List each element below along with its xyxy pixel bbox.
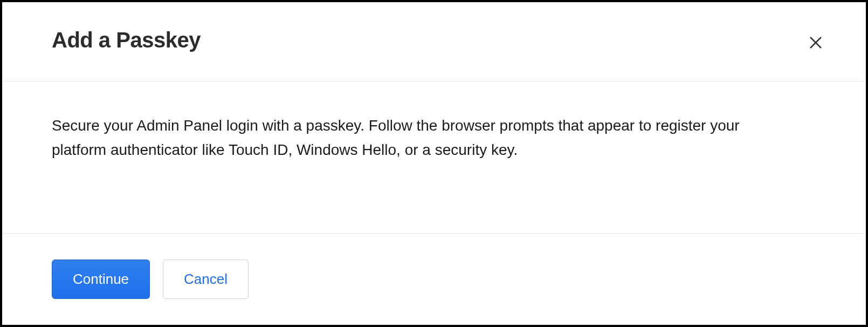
- dialog-body: Secure your Admin Panel login with a pas…: [2, 81, 866, 234]
- add-passkey-dialog: Add a Passkey Secure your Admin Panel lo…: [0, 0, 868, 327]
- continue-button[interactable]: Continue: [52, 260, 150, 299]
- close-button[interactable]: [803, 30, 828, 55]
- dialog-description: Secure your Admin Panel login with a pas…: [52, 114, 785, 162]
- dialog-header: Add a Passkey: [2, 2, 866, 81]
- dialog-title: Add a Passkey: [52, 28, 201, 52]
- dialog-footer: Continue Cancel: [2, 234, 866, 325]
- cancel-button[interactable]: Cancel: [163, 260, 249, 299]
- close-icon: [808, 35, 824, 51]
